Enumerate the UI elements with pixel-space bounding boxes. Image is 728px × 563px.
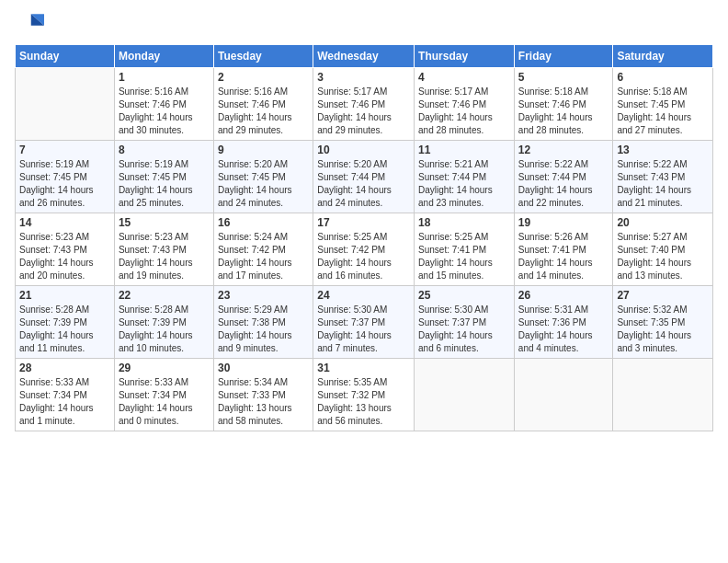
calendar-cell: 16Sunrise: 5:24 AM Sunset: 7:42 PM Dayli… xyxy=(213,213,313,286)
calendar-header-friday: Friday xyxy=(514,45,613,68)
day-number: 30 xyxy=(218,362,309,374)
day-info: Sunrise: 5:17 AM Sunset: 7:46 PM Dayligh… xyxy=(418,86,510,137)
calendar-cell: 12Sunrise: 5:22 AM Sunset: 7:44 PM Dayli… xyxy=(514,141,613,213)
day-number: 6 xyxy=(617,71,709,84)
day-info: Sunrise: 5:23 AM Sunset: 7:43 PM Dayligh… xyxy=(119,231,210,282)
day-number: 8 xyxy=(119,144,210,156)
day-info: Sunrise: 5:33 AM Sunset: 7:34 PM Dayligh… xyxy=(119,376,210,428)
day-info: Sunrise: 5:34 AM Sunset: 7:33 PM Dayligh… xyxy=(218,376,309,428)
day-info: Sunrise: 5:30 AM Sunset: 7:37 PM Dayligh… xyxy=(418,304,510,355)
day-number: 19 xyxy=(518,216,609,229)
day-number: 18 xyxy=(418,216,510,229)
day-number: 25 xyxy=(418,289,510,302)
calendar-week-4: 28Sunrise: 5:33 AM Sunset: 7:34 PM Dayli… xyxy=(16,359,713,431)
logo-icon xyxy=(15,9,44,39)
day-number: 14 xyxy=(19,216,110,229)
logo xyxy=(15,9,48,39)
day-number: 15 xyxy=(119,216,210,229)
day-info: Sunrise: 5:31 AM Sunset: 7:36 PM Dayligh… xyxy=(518,304,609,355)
day-info: Sunrise: 5:28 AM Sunset: 7:39 PM Dayligh… xyxy=(19,304,110,355)
day-number: 9 xyxy=(218,144,309,156)
day-number: 20 xyxy=(617,216,709,229)
day-info: Sunrise: 5:33 AM Sunset: 7:34 PM Dayligh… xyxy=(19,376,110,428)
day-info: Sunrise: 5:21 AM Sunset: 7:44 PM Dayligh… xyxy=(418,158,510,210)
day-number: 4 xyxy=(418,71,510,84)
calendar-cell: 28Sunrise: 5:33 AM Sunset: 7:34 PM Dayli… xyxy=(16,359,115,431)
calendar-cell: 7Sunrise: 5:19 AM Sunset: 7:45 PM Daylig… xyxy=(16,141,115,213)
calendar-cell: 2Sunrise: 5:16 AM Sunset: 7:46 PM Daylig… xyxy=(213,68,313,141)
day-info: Sunrise: 5:22 AM Sunset: 7:43 PM Dayligh… xyxy=(617,158,709,210)
calendar-header-sunday: Sunday xyxy=(16,45,115,68)
calendar-cell: 18Sunrise: 5:25 AM Sunset: 7:41 PM Dayli… xyxy=(415,213,515,286)
day-number: 11 xyxy=(418,144,510,156)
calendar: SundayMondayTuesdayWednesdayThursdayFrid… xyxy=(15,44,713,431)
calendar-cell: 10Sunrise: 5:20 AM Sunset: 7:44 PM Dayli… xyxy=(313,141,415,213)
calendar-cell: 31Sunrise: 5:35 AM Sunset: 7:32 PM Dayli… xyxy=(313,359,415,431)
calendar-week-2: 14Sunrise: 5:23 AM Sunset: 7:43 PM Dayli… xyxy=(16,213,713,286)
calendar-header-saturday: Saturday xyxy=(613,45,713,68)
calendar-header-wednesday: Wednesday xyxy=(313,45,415,68)
day-number: 12 xyxy=(518,144,609,156)
day-info: Sunrise: 5:32 AM Sunset: 7:35 PM Dayligh… xyxy=(617,304,709,355)
calendar-cell: 8Sunrise: 5:19 AM Sunset: 7:45 PM Daylig… xyxy=(114,141,213,213)
calendar-cell: 21Sunrise: 5:28 AM Sunset: 7:39 PM Dayli… xyxy=(16,286,115,359)
calendar-cell xyxy=(514,359,613,431)
day-number: 26 xyxy=(518,289,609,302)
calendar-cell: 26Sunrise: 5:31 AM Sunset: 7:36 PM Dayli… xyxy=(514,286,613,359)
day-info: Sunrise: 5:23 AM Sunset: 7:43 PM Dayligh… xyxy=(19,231,110,282)
day-number: 27 xyxy=(617,289,709,302)
calendar-cell: 14Sunrise: 5:23 AM Sunset: 7:43 PM Dayli… xyxy=(16,213,115,286)
day-info: Sunrise: 5:19 AM Sunset: 7:45 PM Dayligh… xyxy=(19,158,110,210)
calendar-cell: 19Sunrise: 5:26 AM Sunset: 7:41 PM Dayli… xyxy=(514,213,613,286)
calendar-cell: 29Sunrise: 5:33 AM Sunset: 7:34 PM Dayli… xyxy=(114,359,213,431)
day-info: Sunrise: 5:19 AM Sunset: 7:45 PM Dayligh… xyxy=(119,158,210,210)
day-number: 31 xyxy=(317,362,410,374)
day-info: Sunrise: 5:35 AM Sunset: 7:32 PM Dayligh… xyxy=(317,376,410,428)
day-info: Sunrise: 5:26 AM Sunset: 7:41 PM Dayligh… xyxy=(518,231,609,282)
calendar-cell: 4Sunrise: 5:17 AM Sunset: 7:46 PM Daylig… xyxy=(415,68,515,141)
day-number: 1 xyxy=(119,71,210,84)
day-number: 24 xyxy=(317,289,410,302)
day-number: 5 xyxy=(518,71,609,84)
day-info: Sunrise: 5:22 AM Sunset: 7:44 PM Dayligh… xyxy=(518,158,609,210)
calendar-cell: 5Sunrise: 5:18 AM Sunset: 7:46 PM Daylig… xyxy=(514,68,613,141)
day-info: Sunrise: 5:20 AM Sunset: 7:44 PM Dayligh… xyxy=(317,158,410,210)
calendar-cell: 22Sunrise: 5:28 AM Sunset: 7:39 PM Dayli… xyxy=(114,286,213,359)
day-info: Sunrise: 5:18 AM Sunset: 7:45 PM Dayligh… xyxy=(617,86,709,137)
day-info: Sunrise: 5:27 AM Sunset: 7:40 PM Dayligh… xyxy=(617,231,709,282)
calendar-header-thursday: Thursday xyxy=(415,45,515,68)
calendar-header-monday: Monday xyxy=(114,45,213,68)
day-number: 2 xyxy=(218,71,309,84)
calendar-cell: 27Sunrise: 5:32 AM Sunset: 7:35 PM Dayli… xyxy=(613,286,713,359)
calendar-cell: 24Sunrise: 5:30 AM Sunset: 7:37 PM Dayli… xyxy=(313,286,415,359)
calendar-header-tuesday: Tuesday xyxy=(213,45,313,68)
day-info: Sunrise: 5:29 AM Sunset: 7:38 PM Dayligh… xyxy=(218,304,309,355)
day-number: 28 xyxy=(19,362,110,374)
calendar-cell: 23Sunrise: 5:29 AM Sunset: 7:38 PM Dayli… xyxy=(213,286,313,359)
day-number: 7 xyxy=(19,144,110,156)
day-info: Sunrise: 5:17 AM Sunset: 7:46 PM Dayligh… xyxy=(317,86,410,137)
day-number: 29 xyxy=(119,362,210,374)
day-number: 16 xyxy=(218,216,309,229)
calendar-cell: 15Sunrise: 5:23 AM Sunset: 7:43 PM Dayli… xyxy=(114,213,213,286)
day-number: 22 xyxy=(119,289,210,302)
calendar-body: 1Sunrise: 5:16 AM Sunset: 7:46 PM Daylig… xyxy=(16,68,713,431)
calendar-cell: 17Sunrise: 5:25 AM Sunset: 7:42 PM Dayli… xyxy=(313,213,415,286)
calendar-cell xyxy=(613,359,713,431)
day-info: Sunrise: 5:24 AM Sunset: 7:42 PM Dayligh… xyxy=(218,231,309,282)
day-number: 13 xyxy=(617,144,709,156)
day-info: Sunrise: 5:30 AM Sunset: 7:37 PM Dayligh… xyxy=(317,304,410,355)
day-number: 3 xyxy=(317,71,410,84)
day-info: Sunrise: 5:25 AM Sunset: 7:41 PM Dayligh… xyxy=(418,231,510,282)
calendar-week-0: 1Sunrise: 5:16 AM Sunset: 7:46 PM Daylig… xyxy=(16,68,713,141)
calendar-week-1: 7Sunrise: 5:19 AM Sunset: 7:45 PM Daylig… xyxy=(16,141,713,213)
day-info: Sunrise: 5:16 AM Sunset: 7:46 PM Dayligh… xyxy=(119,86,210,137)
day-info: Sunrise: 5:16 AM Sunset: 7:46 PM Dayligh… xyxy=(218,86,309,137)
calendar-cell: 6Sunrise: 5:18 AM Sunset: 7:45 PM Daylig… xyxy=(613,68,713,141)
day-info: Sunrise: 5:28 AM Sunset: 7:39 PM Dayligh… xyxy=(119,304,210,355)
calendar-header-row: SundayMondayTuesdayWednesdayThursdayFrid… xyxy=(16,45,713,68)
calendar-cell: 20Sunrise: 5:27 AM Sunset: 7:40 PM Dayli… xyxy=(613,213,713,286)
calendar-cell: 13Sunrise: 5:22 AM Sunset: 7:43 PM Dayli… xyxy=(613,141,713,213)
day-info: Sunrise: 5:20 AM Sunset: 7:45 PM Dayligh… xyxy=(218,158,309,210)
calendar-cell: 11Sunrise: 5:21 AM Sunset: 7:44 PM Dayli… xyxy=(415,141,515,213)
